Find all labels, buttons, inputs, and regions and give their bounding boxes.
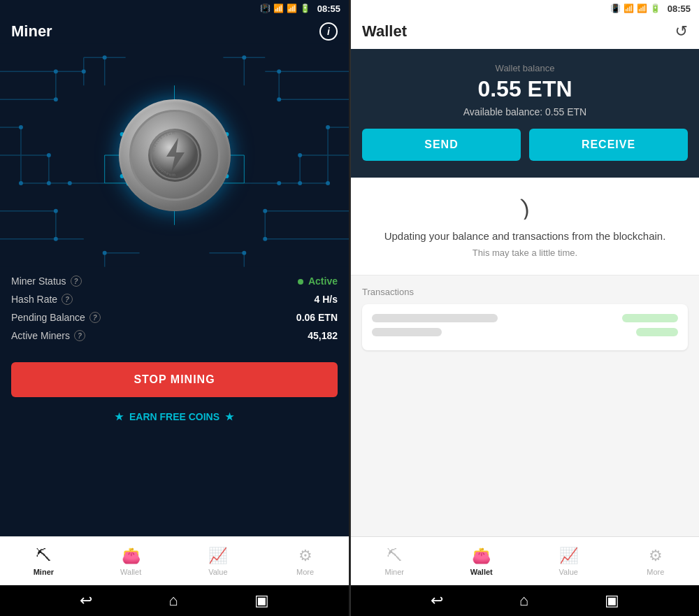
wallet-nav-icon: 👛	[122, 547, 140, 565]
transaction-row-1	[372, 314, 678, 322]
wallet-nav-wallet[interactable]: 👛 Wallet	[438, 537, 526, 585]
tx-date-blur	[372, 328, 442, 336]
value-tab-label: Value	[559, 568, 578, 576]
wifi-icon: 📶	[624, 3, 634, 13]
more-tab-label: More	[647, 568, 664, 576]
hash-rate-value: 4 H/s	[315, 294, 338, 305]
electroneum-coin: electroneum electroneum	[119, 99, 231, 211]
info-button[interactable]: i	[319, 22, 338, 41]
recents-button[interactable]: ▣	[254, 592, 269, 610]
svg-point-43	[68, 181, 72, 185]
wallet-nav-value[interactable]: 📈 Value	[525, 537, 612, 585]
svg-point-45	[298, 181, 302, 185]
sync-text: Updating your balance and transactions f…	[362, 229, 688, 245]
miner-status-label: Miner Status ?	[11, 275, 82, 287]
miner-stats: Miner Status ? Active Hash Rate ? 4 H/s …	[0, 267, 349, 357]
back-button[interactable]: ↩	[80, 592, 92, 610]
svg-point-36	[54, 69, 58, 73]
svg-point-44	[298, 153, 302, 157]
pending-balance-help[interactable]: ?	[89, 312, 101, 323]
miner-bottom-nav: ⛏ Miner 👛 Wallet 📈 Value ⚙ More	[0, 536, 349, 585]
miner-status-help[interactable]: ?	[71, 275, 82, 287]
miner-status-row: Miner Status ? Active	[11, 275, 338, 287]
svg-point-48	[54, 237, 58, 241]
wallet-nav-miner[interactable]: ⛏ Miner	[351, 537, 438, 585]
earn-free-coins[interactable]: ★ EARN FREE COINS ★	[0, 403, 349, 431]
balance-amount: 0.55 ETN	[362, 76, 688, 102]
miner-sys-nav: ↩ ⌂ ▣	[0, 585, 349, 616]
svg-point-57	[103, 251, 107, 255]
nav-wallet[interactable]: 👛 Wallet	[87, 537, 175, 585]
wallet-home-button[interactable]: ⌂	[519, 592, 528, 610]
svg-point-52	[19, 181, 23, 185]
battery-icon: 🔋	[300, 3, 310, 13]
more-nav-icon: ⚙	[298, 547, 312, 565]
wallet-header: Wallet ↻	[351, 17, 699, 49]
wallet-tab-icon: 👛	[472, 547, 491, 565]
receive-button[interactable]: RECEIVE	[529, 129, 688, 161]
svg-point-51	[19, 125, 23, 129]
sync-spinner-icon: )	[519, 194, 531, 220]
miner-tab-icon: ⛏	[387, 547, 402, 565]
battery-icon: 🔋	[650, 3, 661, 13]
svg-point-58	[242, 251, 246, 255]
coin-inner: electroneum electroneum	[129, 110, 220, 201]
miner-nav-label: Miner	[34, 568, 54, 576]
miner-status-value: Active	[298, 275, 338, 287]
miner-header: Miner i	[0, 17, 349, 43]
active-miners-value: 45,182	[308, 330, 338, 341]
svg-point-55	[103, 55, 107, 59]
svg-point-42	[47, 181, 51, 185]
miner-panel: 📳 📶 📶 🔋 08:55 Miner i	[0, 0, 349, 616]
send-button[interactable]: SEND	[362, 129, 521, 161]
transactions-label: Transactions	[362, 287, 688, 297]
transaction-row-2	[372, 328, 678, 336]
miner-nav-icon: ⛏	[36, 547, 51, 565]
hash-rate-row: Hash Rate ? 4 H/s	[11, 294, 338, 305]
svg-point-41	[47, 153, 51, 157]
miner-coin-area: electroneum electroneum	[0, 43, 349, 267]
nav-more[interactable]: ⚙ More	[261, 537, 349, 585]
signal-icon: 📶	[637, 3, 647, 13]
svg-point-46	[277, 181, 281, 185]
home-button[interactable]: ⌂	[168, 592, 178, 610]
balance-label: Wallet balance	[362, 63, 688, 73]
svg-point-54	[326, 181, 330, 185]
wallet-status-time: 08:55	[668, 3, 691, 14]
svg-point-37	[54, 97, 58, 101]
hash-rate-help[interactable]: ?	[62, 294, 73, 305]
svg-point-50	[263, 237, 267, 241]
tx-amount-blur	[622, 314, 678, 322]
value-nav-icon: 📈	[208, 547, 227, 565]
tx-status-blur	[636, 328, 678, 336]
star-right-icon: ★	[225, 411, 234, 422]
tx-address-blur	[372, 314, 498, 322]
more-tab-icon: ⚙	[649, 547, 663, 565]
active-miners-help[interactable]: ?	[74, 330, 85, 341]
active-miners-row: Active Miners ? 45,182	[11, 330, 338, 341]
wifi-icon: 📶	[273, 3, 284, 13]
wallet-status-bar: 📳 📶 📶 🔋 08:55	[351, 0, 699, 17]
vibrate-icon: 📳	[610, 3, 621, 13]
wallet-nav-label: Wallet	[120, 568, 141, 576]
pending-balance-value: 0.06 ETN	[296, 312, 338, 323]
pending-balance-label: Pending Balance ?	[11, 312, 101, 323]
svg-point-53	[326, 125, 330, 129]
wallet-balance-section: Wallet balance 0.55 ETN Available balanc…	[351, 49, 699, 178]
miner-title: Miner	[11, 22, 52, 41]
wallet-actions: SEND RECEIVE	[362, 129, 688, 161]
stop-mining-button[interactable]: STOP MINING	[11, 362, 338, 397]
wallet-recents-button[interactable]: ▣	[605, 592, 619, 610]
miner-tab-label: Miner	[384, 568, 404, 576]
nav-miner[interactable]: ⛏ Miner	[0, 537, 87, 585]
available-balance: Available balance: 0.55 ETN	[362, 106, 688, 117]
wallet-back-button[interactable]: ↩	[431, 592, 443, 610]
wallet-panel: 📳 📶 📶 🔋 08:55 Wallet ↻ Wallet balance 0.…	[350, 0, 699, 616]
refresh-button[interactable]: ↻	[675, 22, 688, 41]
nav-value[interactable]: 📈 Value	[175, 537, 262, 585]
svg-point-49	[263, 209, 267, 213]
wallet-nav-more[interactable]: ⚙ More	[612, 537, 700, 585]
miner-status-bar: 📳 📶 📶 🔋 08:55	[0, 0, 349, 17]
star-left-icon: ★	[115, 411, 124, 422]
svg-point-47	[54, 209, 58, 213]
